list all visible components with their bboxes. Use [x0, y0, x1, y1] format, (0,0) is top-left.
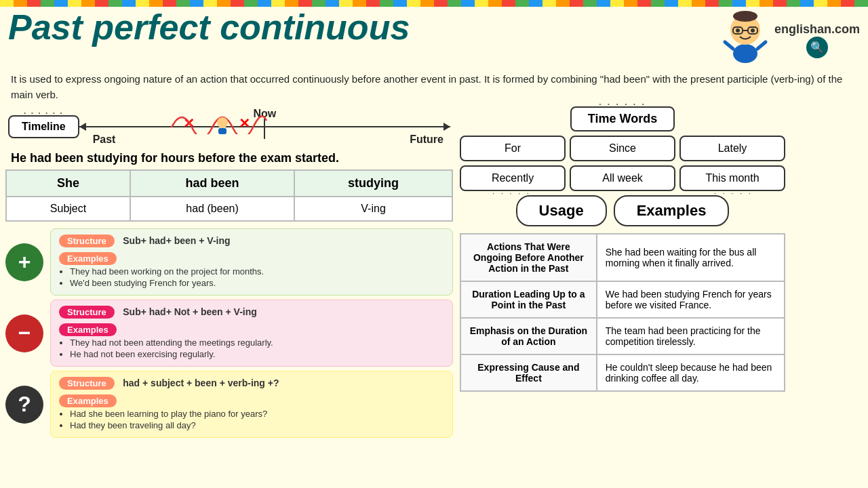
svg-point-2 [733, 11, 757, 22]
decorative-top-bar [0, 0, 868, 7]
negative-example-2: He had not been exercising regularly. [70, 349, 444, 359]
svg-line-8 [725, 42, 733, 49]
future-label: Future [410, 134, 443, 146]
negative-form-row: − Structure Sub+ had+ Not + been + V-ing… [5, 300, 453, 367]
usage-cell-1: Actions That Were Ongoing Before Another… [460, 234, 597, 281]
question-form-row: ? Structure had + subject + been + verb-… [5, 371, 453, 438]
example-cell-2: We had been studying French for years be… [597, 281, 785, 318]
usage-cell-3: Emphasis on the Duration of an Action [460, 318, 597, 354]
question-form-content: Structure had + subject + been + verb-in… [50, 371, 453, 438]
mascot-icon [722, 9, 769, 70]
negative-structure-text: Sub+ had+ Not + been + V-ing [123, 306, 257, 317]
col-hadbeen: had been [130, 170, 294, 197]
dots-above-timewords: · · · · · · [599, 100, 646, 109]
col-subject: She [6, 170, 130, 197]
time-words-section: · · · · · · Time Words For Since Lately … [460, 106, 785, 191]
examples-label-btn[interactable]: Examples [614, 195, 730, 226]
time-word-allweek[interactable]: All week [570, 165, 675, 191]
negative-form-content: Structure Sub+ had+ Not + been + V-ing E… [50, 300, 453, 367]
time-word-recently[interactable]: Recently [460, 165, 566, 191]
table-row: Expressing Cause and Effect He couldn't … [460, 354, 785, 391]
search-button[interactable]: 🔍 [806, 37, 828, 58]
negative-example-1: They had not been attending the meetings… [70, 338, 444, 348]
main-content: · · · · · · Timeline Past Now Future ✕ ✕ [0, 106, 868, 441]
positive-example-2: We'd been studying French for years. [70, 278, 444, 288]
svg-point-10 [217, 117, 228, 128]
negative-examples-list: They had not been attending the meetings… [70, 338, 444, 359]
usage-cell-4: Expressing Cause and Effect [460, 354, 597, 391]
svg-point-6 [736, 28, 740, 33]
positive-examples-label: Examples [59, 252, 117, 265]
positive-form-content: Structure Sub+ had+ been + V-ing Example… [50, 228, 453, 296]
site-name: englishan.com [774, 22, 860, 37]
svg-point-0 [733, 44, 757, 63]
svg-point-7 [751, 28, 755, 33]
positive-structure-label: Structure [59, 235, 115, 247]
forms-section: + Structure Sub+ had+ been + V-ing Examp… [5, 226, 453, 441]
negative-examples-label: Examples [59, 323, 117, 336]
time-word-lately[interactable]: Lately [679, 136, 785, 161]
example-cell-1: She had been waiting for the bus all mor… [597, 234, 785, 281]
negative-structure-label: Structure [59, 306, 115, 319]
positive-examples-list: They had been working on the project for… [70, 266, 444, 288]
table-row: Actions That Were Ongoing Before Another… [460, 234, 785, 281]
timeline-line: Past Now Future ✕ ✕ [79, 106, 450, 147]
example-cell-4: He couldn't sleep because he had been dr… [597, 354, 785, 391]
question-example-1: Had she been learning to play the piano … [70, 409, 444, 419]
positive-form-row: + Structure Sub+ had+ been + V-ing Examp… [5, 228, 453, 296]
col-ving: studying [294, 170, 452, 197]
time-word-thismonth[interactable]: This month [679, 165, 785, 191]
page-title: Past perfect continuous [8, 9, 410, 45]
question-structure-label: Structure [59, 377, 115, 390]
time-words-header: · · · · · · Time Words [460, 106, 785, 131]
time-words-grid: For Since Lately Recently All week This … [460, 136, 785, 191]
description-text: It is used to express ongoing nature of … [0, 70, 868, 106]
usage-examples-header: · · · · · · · · · · Usage Examples [460, 195, 785, 226]
positive-example-1: They had been working on the project for… [70, 266, 444, 277]
dots-decoration: · · · · · · [24, 108, 64, 118]
time-word-for[interactable]: For [460, 136, 566, 161]
grammar-table: She had been studying Subject had (been)… [5, 169, 453, 222]
right-panel: · · · · · · Time Words For Since Lately … [453, 106, 785, 441]
positive-structure-text: Sub+ had+ been + V-ing [123, 235, 230, 246]
squiggle-decoration [168, 110, 270, 134]
positive-icon: + [5, 243, 43, 281]
example-cell-3: The team had been practicing for the com… [597, 318, 785, 354]
usage-examples-table: Actions That Were Ongoing Before Another… [460, 233, 785, 392]
left-panel: · · · · · · Timeline Past Now Future ✕ ✕ [5, 106, 453, 441]
question-examples-list: Had she been learning to play the piano … [70, 409, 444, 430]
usage-label-btn[interactable]: Usage [516, 195, 607, 226]
table-row: Emphasis on the Duration of an Action Th… [460, 318, 785, 354]
usage-cell-2: Duration Leading Up to a Point in the Pa… [460, 281, 597, 318]
time-words-label: · · · · · · Time Words [570, 106, 675, 131]
time-word-since[interactable]: Since [570, 136, 675, 161]
svg-line-9 [757, 42, 766, 49]
header-right: englishan.com 🔍 [722, 9, 860, 70]
svg-rect-11 [218, 128, 226, 134]
past-label: Past [93, 134, 116, 146]
question-structure-text: had + subject + been + verb-ing +? [123, 378, 279, 388]
example-sentence: He had been studying for hours before th… [5, 150, 453, 169]
header: Past perfect continuous [0, 7, 868, 70]
row-hadbeen: had (been) [130, 197, 294, 221]
negative-icon: − [5, 314, 43, 352]
dots-above-examples: · · · · · [714, 188, 753, 198]
dots-above-usage: · · · · · [492, 188, 531, 198]
question-example-2: Had they been traveling all day? [70, 420, 444, 430]
row-ving: V-ing [294, 197, 452, 221]
timeline-section: · · · · · · Timeline Past Now Future ✕ ✕ [5, 106, 453, 147]
question-examples-label: Examples [59, 394, 117, 407]
question-icon: ? [5, 386, 43, 424]
row-subject: Subject [6, 197, 130, 221]
timeline-label: · · · · · · Timeline [8, 115, 79, 138]
table-row: Duration Leading Up to a Point in the Pa… [460, 281, 785, 318]
